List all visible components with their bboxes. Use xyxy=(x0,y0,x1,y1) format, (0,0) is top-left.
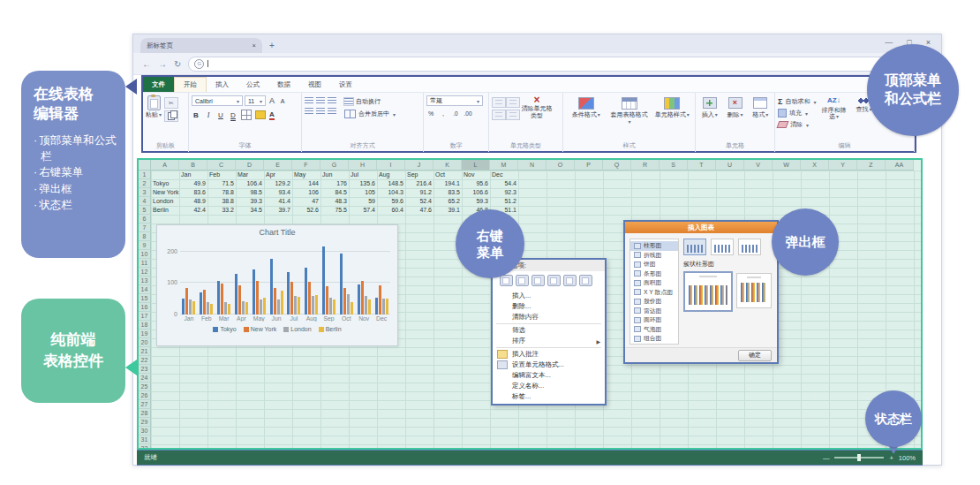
sheet-cell[interactable]: Feb xyxy=(207,171,236,179)
sheet-cell[interactable]: 38.8 xyxy=(207,197,236,206)
row-header-27[interactable]: 27 xyxy=(139,400,151,409)
sheet-cell[interactable]: 106.4 xyxy=(236,179,264,188)
sheet-cell[interactable]: 129.2 xyxy=(264,179,292,188)
sheet-cell[interactable]: 104.3 xyxy=(377,188,405,197)
context-menu-item[interactable]: 排序▶ xyxy=(493,336,605,346)
sheet-cell[interactable]: Sep xyxy=(405,171,433,179)
column-header-O[interactable]: O xyxy=(547,160,575,171)
chart-preview-alt[interactable] xyxy=(736,273,772,308)
browser-tab[interactable]: 新标签页 × xyxy=(140,38,262,53)
embedded-chart[interactable]: Chart Title 0100200 JanFebMarAprMayJunJu… xyxy=(156,224,398,346)
column-header-F[interactable]: F xyxy=(292,160,320,171)
cell-combo-icon[interactable] xyxy=(492,110,506,120)
row-header-26[interactable]: 26 xyxy=(139,391,151,400)
number-format-select[interactable]: 常规 xyxy=(426,95,483,106)
column-header-A[interactable]: A xyxy=(151,160,179,171)
context-menu-item[interactable]: 清除内容 xyxy=(493,312,605,322)
column-header-W[interactable]: W xyxy=(773,160,801,171)
sheet-cell[interactable]: 59.3 xyxy=(462,197,490,206)
row-header-7[interactable]: 7 xyxy=(139,224,151,232)
column-header-X[interactable]: X xyxy=(801,160,829,171)
delete-cells-button[interactable]: × 删除 xyxy=(724,95,747,119)
row-header-9[interactable]: 9 xyxy=(139,241,151,250)
sheet-cell[interactable]: 52.4 xyxy=(405,197,433,206)
sort-filter-button[interactable]: AZ↓ 排序和筛选 xyxy=(818,95,848,120)
clear-cell-type-button[interactable]: × 清除单元格类型 xyxy=(521,95,553,118)
sheet-cell[interactable]: 83.6 xyxy=(179,188,207,197)
chart-type-item[interactable]: 折线图 xyxy=(630,251,678,261)
sheet-cell[interactable]: 34.5 xyxy=(236,206,264,215)
bold-button[interactable]: B xyxy=(192,110,200,120)
chart-type-item[interactable]: 雷达图 xyxy=(630,307,678,316)
sheet-cell[interactable]: Dec xyxy=(490,171,518,179)
row-header-12[interactable]: 12 xyxy=(139,268,151,277)
sheet-cell[interactable]: May xyxy=(292,171,320,179)
column-header-Z[interactable]: Z xyxy=(857,160,886,171)
underline-button[interactable]: U xyxy=(216,110,225,120)
paste-option-icon[interactable] xyxy=(531,275,545,286)
context-menu-item[interactable]: 筛选 xyxy=(493,325,605,336)
align-top-icon[interactable] xyxy=(305,97,313,104)
address-bar[interactable]: G xyxy=(188,57,932,72)
context-menu-item[interactable]: 定义名称... xyxy=(493,381,605,391)
row-header-14[interactable]: 14 xyxy=(139,285,151,294)
context-menu-item[interactable]: 删除... xyxy=(493,301,605,312)
column-header-R[interactable]: R xyxy=(631,160,660,171)
sheet-cell[interactable]: 106.6 xyxy=(462,188,490,197)
paste-option-icon[interactable] xyxy=(563,275,577,286)
row-header-25[interactable]: 25 xyxy=(139,383,151,391)
conditional-format-button[interactable]: 条件格式 xyxy=(566,95,607,118)
chart-type-item[interactable]: X Y 散点图 xyxy=(630,288,678,298)
ok-button[interactable]: 确定 xyxy=(738,350,772,361)
chart-type-item[interactable]: 圆环图 xyxy=(630,315,678,325)
sheet-cell[interactable]: Jul xyxy=(349,171,377,179)
chart-type-item[interactable]: 饼图 xyxy=(630,260,678,269)
row-header-1[interactable]: 1 xyxy=(139,171,151,179)
row-header-6[interactable]: 6 xyxy=(139,215,151,224)
column-header-T[interactable]: T xyxy=(688,160,716,171)
italic-button[interactable]: I xyxy=(204,110,213,120)
context-menu-item[interactable]: 编辑富文本... xyxy=(493,370,605,381)
align-bottom-icon[interactable] xyxy=(328,97,336,104)
sheet-cell[interactable]: 39.7 xyxy=(264,206,292,215)
forward-icon[interactable]: → xyxy=(158,59,167,69)
tab-close-icon[interactable]: × xyxy=(253,42,256,49)
sheet-cell[interactable]: 92.3 xyxy=(490,188,518,197)
sheet-cell[interactable]: London xyxy=(151,197,179,206)
sheet-cell[interactable]: 59 xyxy=(349,197,377,206)
column-header-E[interactable]: E xyxy=(264,160,292,171)
sheet-cell[interactable]: Nov xyxy=(462,171,490,179)
percent-style-button[interactable]: % xyxy=(426,109,435,118)
sheet-cell[interactable]: 48.9 xyxy=(179,197,207,206)
double-underline-button[interactable]: D xyxy=(229,110,237,120)
sheet-cell[interactable]: New York xyxy=(151,188,179,197)
chart-type-item[interactable]: 组合图 xyxy=(630,334,678,344)
sheet-cell[interactable]: 48.3 xyxy=(320,197,349,206)
ribbon-tab-4[interactable]: 数据 xyxy=(268,77,299,92)
zoom-out-icon[interactable]: — xyxy=(823,454,830,462)
zoom-slider[interactable] xyxy=(834,457,884,458)
sheet-cell[interactable]: 194.1 xyxy=(433,179,462,188)
sheet-cell[interactable]: 47.6 xyxy=(405,206,433,215)
sheet-cell[interactable]: 39.1 xyxy=(433,206,462,215)
back-icon[interactable]: ← xyxy=(142,59,151,69)
subtype-thumb-percent[interactable] xyxy=(738,239,761,255)
format-as-table-button[interactable]: 套用表格格式 xyxy=(609,95,650,125)
context-menu-item[interactable]: 插入批注 xyxy=(493,349,605,360)
sheet-cell[interactable]: 84.5 xyxy=(320,188,349,197)
row-header-3[interactable]: 3 xyxy=(139,188,151,197)
column-header-Q[interactable]: Q xyxy=(603,160,631,171)
sheet-cell[interactable]: 95.6 xyxy=(462,179,490,188)
comma-style-button[interactable]: ， xyxy=(439,109,448,118)
align-center-icon[interactable] xyxy=(316,108,325,115)
chart-type-item[interactable]: 面积图 xyxy=(630,278,678,288)
sheet-cell[interactable]: 106 xyxy=(292,188,320,197)
row-header-21[interactable]: 21 xyxy=(139,347,151,356)
sheet-cell[interactable]: Tokyo xyxy=(151,179,179,188)
row-header-10[interactable]: 10 xyxy=(139,250,151,259)
chart-type-item[interactable]: 条形图 xyxy=(630,269,678,279)
autosum-button[interactable]: Σ 自动求和 xyxy=(778,97,816,106)
sheet-cell[interactable]: 57.4 xyxy=(349,206,377,215)
grow-font-button[interactable]: A xyxy=(268,96,276,106)
column-header-K[interactable]: K xyxy=(433,160,462,171)
